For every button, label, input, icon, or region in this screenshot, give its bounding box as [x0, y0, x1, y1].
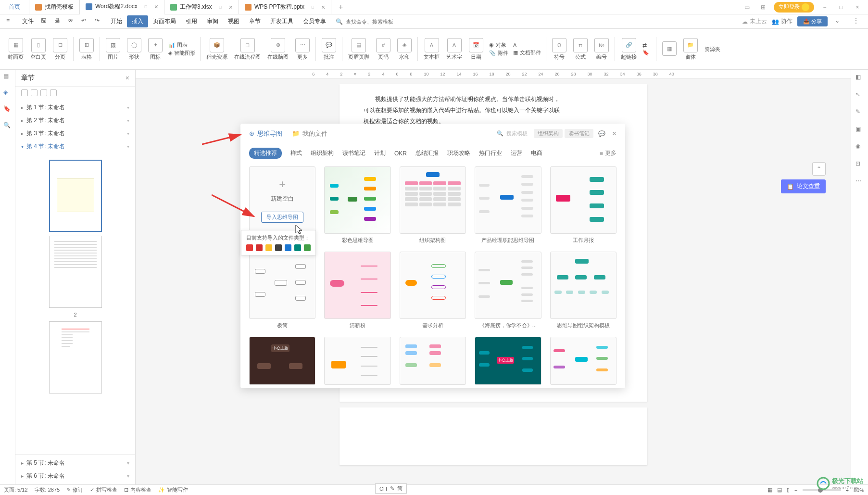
ribbon-chart[interactable]: 📊图表	[168, 41, 195, 49]
template-card[interactable]: 彩色思维导图	[324, 166, 390, 244]
maximize-button[interactable]: □	[835, 1, 847, 13]
ribbon-bookmark[interactable]: 🔖	[642, 50, 651, 56]
ribbon-equation[interactable]: π公式	[570, 32, 591, 66]
ribbon-shape[interactable]: ◯形状	[124, 32, 144, 66]
print-icon[interactable]: 🖶	[54, 17, 63, 26]
redo-icon[interactable]: ↷	[95, 17, 103, 26]
sb-btn-4[interactable]	[50, 89, 57, 96]
popup-tab-myfiles[interactable]: 📁 我的文件	[292, 129, 327, 138]
sb-btn-3[interactable]	[40, 89, 47, 96]
ime-indicator[interactable]: CH ✎ 简	[375, 483, 407, 494]
popup-more-button[interactable]: ≡更多	[600, 149, 616, 157]
menu-section[interactable]: 章节	[244, 15, 265, 27]
command-search[interactable]: 🔍	[336, 18, 412, 25]
chapter-more-icon[interactable]: ▾	[127, 460, 129, 466]
new-tab-button[interactable]: +	[331, 3, 350, 12]
ribbon-mindmap[interactable]: ⊛在线脑图	[264, 32, 291, 66]
sidebar-close-icon[interactable]: ×	[126, 74, 129, 82]
tab-close-icon[interactable]: ×	[229, 3, 233, 11]
popup-cat[interactable]: 读书笔记	[342, 149, 365, 157]
tab-word-doc[interactable]: Word教程2.docx ◻ ×	[80, 0, 164, 14]
template-card[interactable]: 清新粉	[324, 252, 390, 329]
chapter-item[interactable]: ▸第 5 节: 未命名▾	[21, 457, 129, 470]
status-track[interactable]: ✎修订	[66, 486, 83, 494]
more-panel-icon[interactable]: ⋯	[855, 178, 864, 186]
chapter-more-icon[interactable]: ▾	[127, 118, 129, 123]
chapter-more-icon[interactable]: ▾	[127, 105, 129, 110]
ribbon-resource[interactable]: 📁窗体	[680, 32, 701, 66]
popup-close-icon[interactable]: ×	[612, 129, 616, 138]
ribbon-docer[interactable]: 📦稻壳资源	[203, 32, 230, 66]
feedback-icon[interactable]: 💬	[598, 130, 605, 137]
chapter-item[interactable]: ▸第 6 节: 未命名▾	[21, 470, 129, 482]
tab-min-icon[interactable]: ◻	[219, 5, 222, 9]
ribbon-attach[interactable]: 📎附件	[489, 50, 508, 57]
menu-view[interactable]: 视图	[223, 15, 244, 27]
tab-ppt[interactable]: WPS PPT教程.pptx ◻ ×	[239, 0, 331, 14]
ribbon-smartart[interactable]: ◈智能图形	[168, 50, 195, 57]
tab-min-icon[interactable]: ◻	[311, 5, 314, 9]
ribbon-table[interactable]: ⊞表格	[76, 32, 97, 66]
command-search-input[interactable]	[346, 19, 412, 25]
template-card[interactable]: 中心主题	[249, 337, 315, 385]
status-page[interactable]: 页面: 5/12	[4, 486, 28, 494]
dropdown-icon[interactable]: ⌄	[835, 17, 843, 26]
popup-cat[interactable]: OKR	[394, 150, 407, 157]
ribbon-hyperlink[interactable]: 🔗超链接	[618, 32, 640, 66]
template-card[interactable]: 中心主题	[475, 337, 541, 385]
view-mode-icon[interactable]: ▯	[787, 487, 790, 493]
login-button[interactable]: 立即登录	[774, 2, 814, 13]
ribbon-flowchart[interactable]: ◻在线流程图	[231, 32, 264, 66]
chapter-item-active[interactable]: ▾第 4 节: 未命名▾	[21, 140, 129, 153]
page-thumbnail-2[interactable]	[49, 236, 102, 308]
page-thumbnail-3[interactable]	[49, 321, 102, 393]
share-button[interactable]: 📤 分享	[797, 16, 828, 26]
popup-cat[interactable]: 总结汇报	[415, 149, 439, 157]
ribbon-header-footer[interactable]: ▤页眉页脚	[345, 32, 372, 66]
status-smart[interactable]: ✨智能写作	[158, 486, 188, 494]
popup-cat[interactable]: 样式	[290, 149, 302, 157]
home-tab[interactable]: 首页	[0, 0, 29, 14]
template-card[interactable]: 《海底捞，你学不会》...	[475, 252, 541, 329]
menu-insert[interactable]: 插入	[127, 15, 148, 27]
file-menu[interactable]: 文件	[17, 15, 38, 27]
ribbon-crossref[interactable]: ⇄	[642, 42, 651, 49]
popup-cat[interactable]: 热门行业	[479, 149, 502, 157]
popup-search[interactable]: 🔍 搜索模板	[492, 128, 532, 139]
search-nav-icon[interactable]: 🔍	[3, 122, 12, 130]
scroll-top-button[interactable]: ⌃	[812, 162, 826, 176]
ribbon-more[interactable]: ⋯更多	[292, 32, 313, 66]
ribbon-watermark[interactable]: ◈水印	[394, 32, 415, 66]
ribbon-teaching[interactable]: 资源夹	[702, 32, 723, 66]
ribbon-comment[interactable]: 💬批注	[319, 32, 339, 66]
chapter-more-icon[interactable]: ▾	[127, 131, 129, 136]
tab-min-icon[interactable]: ◻	[144, 4, 148, 9]
status-spell[interactable]: ✓拼写检查	[90, 486, 117, 494]
ribbon-date[interactable]: 📅日期	[466, 32, 486, 66]
ribbon-page-break[interactable]: ⊟分页	[50, 32, 70, 66]
popup-cat-featured[interactable]: 精选推荐	[249, 148, 282, 159]
template-card[interactable]	[550, 337, 616, 385]
page-thumbnail-1[interactable]	[49, 160, 102, 232]
ribbon-symbol[interactable]: Ω符号	[549, 32, 569, 66]
view-mode-icon[interactable]: ▦	[767, 487, 772, 493]
status-content[interactable]: ⊡内容检查	[124, 486, 151, 494]
popup-cat[interactable]: 计划	[374, 149, 386, 157]
popup-tag[interactable]: 读书笔记	[565, 129, 593, 138]
menu-dev[interactable]: 开发工具	[265, 15, 298, 27]
menu-review[interactable]: 审阅	[202, 15, 223, 27]
popup-cat[interactable]: 运营	[511, 149, 522, 157]
tab-close-icon[interactable]: ×	[154, 3, 158, 11]
more-icon[interactable]: ⋮	[853, 17, 862, 26]
popup-cat[interactable]: 电商	[531, 149, 542, 157]
paper-check-button[interactable]: 📋 论文查重	[781, 179, 826, 193]
template-card[interactable]	[400, 337, 466, 385]
template-card[interactable]: 需求分析	[400, 252, 466, 329]
hamburger-icon[interactable]: ≡	[6, 17, 15, 26]
chapter-item[interactable]: ▸第 2 节: 未命名▾	[21, 114, 129, 127]
ribbon-icon-btn[interactable]: ✦图标	[145, 32, 165, 66]
chapter-more-icon[interactable]: ▾	[127, 144, 129, 149]
import-mindmap-button[interactable]: 导入思维导图	[261, 212, 303, 223]
ribbon-dropcap[interactable]: A	[513, 42, 541, 48]
ribbon-textbox[interactable]: A文本框	[421, 32, 442, 66]
